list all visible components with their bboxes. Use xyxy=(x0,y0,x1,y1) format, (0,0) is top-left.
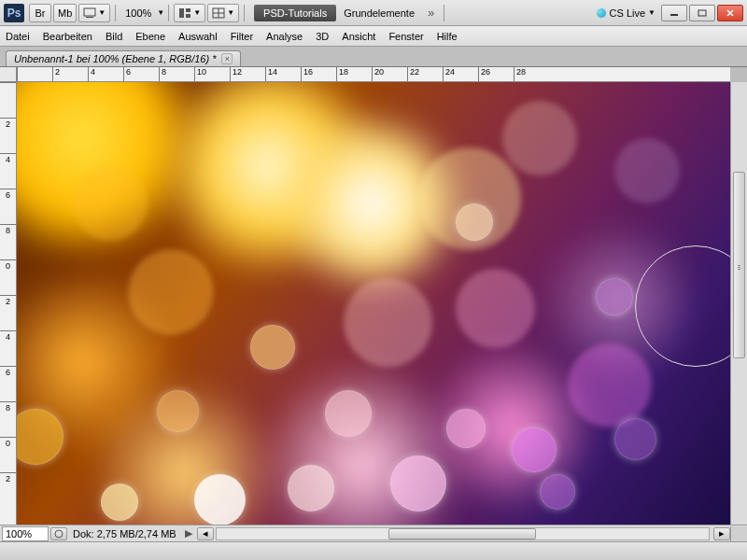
svg-rect-1 xyxy=(86,17,93,18)
scroll-left-button[interactable]: ◂ xyxy=(197,527,214,540)
separator xyxy=(444,5,444,21)
workspace-active-button[interactable]: PSD-Tutorials xyxy=(254,5,336,21)
cs-live-icon xyxy=(597,8,606,18)
separator xyxy=(168,5,169,21)
status-menu-arrow[interactable]: ▶ xyxy=(182,527,195,539)
menubar: Datei Bearbeiten Bild Ebene Auswahl Filt… xyxy=(0,26,747,47)
menu-ansicht[interactable]: Ansicht xyxy=(342,31,375,42)
scrollbar-vertical[interactable] xyxy=(730,82,747,525)
cs-live-label: CS Live xyxy=(610,7,646,19)
minimize-button[interactable] xyxy=(661,5,687,21)
menu-auswahl[interactable]: Auswahl xyxy=(178,31,218,42)
screen-mode-button[interactable]: ▼ xyxy=(78,4,110,22)
menu-hilfe[interactable]: Hilfe xyxy=(437,31,458,42)
menu-ebene[interactable]: Ebene xyxy=(135,31,165,42)
workspace-more-icon[interactable]: » xyxy=(422,6,440,20)
cs-live-button[interactable]: CS Live ▼ xyxy=(597,7,655,19)
document-tab-row: Unbenannt-1 bei 100% (Ebene 1, RGB/16) *… xyxy=(0,47,747,67)
scrollbar-thumb[interactable] xyxy=(388,528,536,539)
menu-datei[interactable]: Datei xyxy=(6,31,30,42)
menu-filter[interactable]: Filter xyxy=(231,31,253,42)
titlebar: Ps Br Mb ▼ 100% ▼ ▼ ▼ PSD-Tutorials Grun… xyxy=(0,0,747,26)
svg-rect-0 xyxy=(84,8,95,16)
zoom-dropdown-icon[interactable]: ▼ xyxy=(157,8,164,17)
document-tab[interactable]: Unbenannt-1 bei 100% (Ebene 1, RGB/16) *… xyxy=(6,50,241,66)
minibridge-button[interactable]: Mb xyxy=(53,4,77,22)
document-tab-label: Unbenannt-1 bei 100% (Ebene 1, RGB/16) * xyxy=(14,53,216,64)
ruler-corner[interactable] xyxy=(0,67,17,82)
svg-rect-3 xyxy=(186,8,190,12)
photoshop-logo: Ps xyxy=(4,4,24,22)
menu-analyse[interactable]: Analyse xyxy=(266,31,303,42)
status-icon[interactable] xyxy=(50,527,67,540)
menu-fenster[interactable]: Fenster xyxy=(388,31,423,42)
menu-3d[interactable]: 3D xyxy=(316,31,329,42)
svg-rect-2 xyxy=(179,8,184,18)
close-button[interactable] xyxy=(717,5,743,21)
svg-point-12 xyxy=(55,530,63,538)
bridge-button[interactable]: Br xyxy=(29,4,51,22)
separator xyxy=(115,5,116,21)
scroll-right-button[interactable]: ▸ xyxy=(713,527,730,540)
status-strip: 100% Dok: 2,75 MB/2,74 MB ▶ ◂ ▸ xyxy=(0,525,747,541)
zoom-input[interactable]: 100% xyxy=(2,526,49,541)
svg-rect-9 xyxy=(698,10,706,16)
svg-rect-4 xyxy=(186,14,190,18)
ruler-vertical[interactable]: 24680246802 xyxy=(0,82,17,525)
extras-button[interactable]: ▼ xyxy=(207,4,239,22)
menu-bild[interactable]: Bild xyxy=(106,31,122,42)
ruler-horizontal[interactable]: 246810121416182022242628 xyxy=(17,67,730,82)
maximize-button[interactable] xyxy=(689,5,715,21)
workspace: 246810121416182022242628 24680246802 xyxy=(0,67,747,541)
close-tab-icon[interactable]: × xyxy=(221,53,233,64)
arrange-button[interactable]: ▼ xyxy=(174,4,205,22)
resize-grip[interactable] xyxy=(730,526,747,541)
app-statusbar xyxy=(0,541,747,560)
workspace-alt-button[interactable]: Grundelemente xyxy=(336,7,422,19)
document-size-label[interactable]: Dok: 2,75 MB/2,74 MB xyxy=(67,528,182,539)
canvas[interactable] xyxy=(17,82,730,525)
menu-bearbeiten[interactable]: Bearbeiten xyxy=(43,31,92,42)
scrollbar-thumb[interactable] xyxy=(733,172,745,358)
separator xyxy=(244,5,245,21)
zoom-value[interactable]: 100% xyxy=(120,7,157,19)
scrollbar-horizontal[interactable] xyxy=(216,527,710,540)
chevron-down-icon: ▼ xyxy=(648,8,655,17)
window-controls xyxy=(661,5,743,21)
